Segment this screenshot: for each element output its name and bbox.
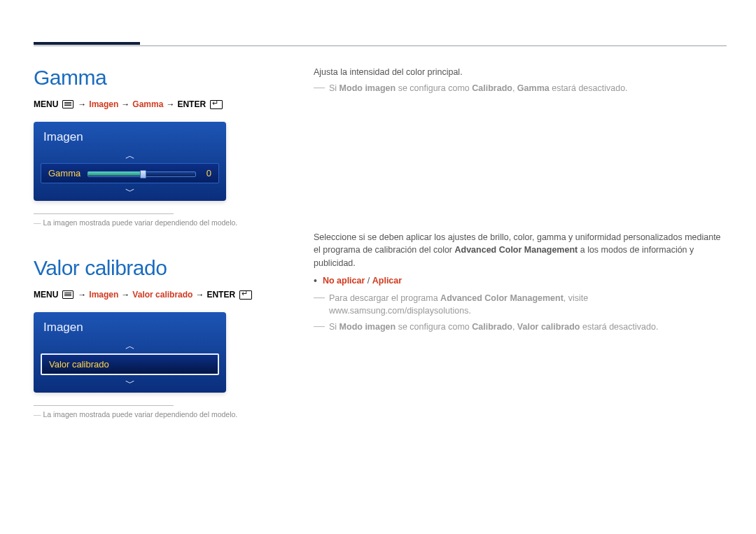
option-aplicar: Aplicar xyxy=(372,276,402,286)
gamma-slider[interactable] xyxy=(88,169,196,178)
osd-row-valor[interactable]: Valor calibrado xyxy=(41,353,219,375)
breadcrumb-item: Valor calibrado xyxy=(132,290,192,300)
description-valor: Seleccione si se deben aplicar los ajust… xyxy=(314,231,727,270)
breadcrumb-enter-label: ENTER xyxy=(206,290,235,300)
breadcrumb-item: Imagen xyxy=(89,99,118,109)
breadcrumb-valor: MENU → Imagen → Valor calibrado → ENTER xyxy=(34,290,265,300)
breadcrumb-menu-label: MENU xyxy=(34,290,58,300)
footnote: La imagen mostrada puede variar dependie… xyxy=(34,410,265,419)
note-gamma-disabled: ― Si Modo imagen se configura como Calib… xyxy=(314,82,727,95)
section-title-gamma: Gamma xyxy=(34,66,265,90)
osd-title: Imagen xyxy=(34,122,226,150)
menu-icon xyxy=(62,290,74,299)
note-download: ― Para descargar el programa Advanced Co… xyxy=(314,292,727,318)
footnote: La imagen mostrada puede variar dependie… xyxy=(34,218,265,227)
breadcrumb-item: Imagen xyxy=(89,290,118,300)
chevron-up-icon[interactable]: ︿ xyxy=(34,150,226,161)
enter-icon xyxy=(210,100,223,109)
menu-icon xyxy=(62,100,74,108)
chevron-down-icon[interactable]: ﹀ xyxy=(34,185,226,197)
osd-row-gamma[interactable]: Gamma 0 xyxy=(41,163,219,183)
osd-title: Imagen xyxy=(34,312,226,340)
osd-row-label: Gamma xyxy=(48,168,80,178)
note-valor-disabled: ― Si Modo imagen se configura como Calib… xyxy=(314,321,727,334)
osd-row-label: Valor calibrado xyxy=(49,359,109,370)
breadcrumb-item: Gamma xyxy=(132,99,163,109)
section-title-valor: Valor calibrado xyxy=(34,256,265,280)
chevron-up-icon[interactable]: ︿ xyxy=(34,340,226,351)
breadcrumb-menu-label: MENU xyxy=(34,99,58,109)
enter-icon xyxy=(239,290,252,300)
options-valor: • No aplicar / Aplicar xyxy=(314,274,727,288)
chevron-down-icon[interactable]: ﹀ xyxy=(34,377,226,388)
breadcrumb-enter-label: ENTER xyxy=(177,99,206,109)
option-no-aplicar: No aplicar xyxy=(323,276,365,286)
breadcrumb-gamma: MENU → Imagen → Gamma → ENTER xyxy=(34,99,265,109)
osd-panel-valor: Imagen ︿ Valor calibrado ﹀ xyxy=(34,312,226,393)
osd-panel-gamma: Imagen ︿ Gamma 0 ﹀ xyxy=(34,122,226,201)
osd-row-value: 0 xyxy=(203,168,211,178)
description-gamma: Ajusta la intensidad del color principal… xyxy=(314,66,727,79)
